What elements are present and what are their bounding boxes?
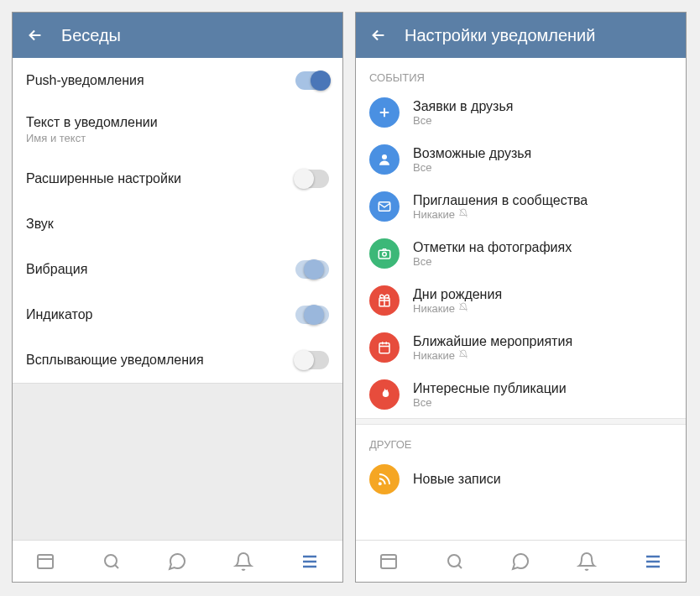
event-label: Заявки в друзья <box>413 99 672 114</box>
row-label: Звук <box>26 217 329 232</box>
tabbar-right <box>356 540 686 582</box>
svg-point-1 <box>105 555 117 567</box>
event-label: Новые записи <box>413 472 672 487</box>
row-label: Индикатор <box>26 307 295 322</box>
event-row[interactable]: Заявки в друзьяВсе <box>356 89 686 136</box>
svg-point-8 <box>379 483 381 484</box>
event-sublabel: Никакие <box>413 208 672 221</box>
phone-left: Беседы Push-уведомленияТекст в уведомлен… <box>12 12 343 583</box>
settings-row[interactable]: Звук <box>13 201 342 247</box>
svg-rect-0 <box>38 555 53 568</box>
event-sublabel: Все <box>413 114 672 127</box>
row-label: Вибрация <box>26 262 295 277</box>
event-row[interactable]: Ближайшие мероприятияНикакие <box>356 324 686 371</box>
rss-icon <box>369 464 400 494</box>
back-button[interactable] <box>368 24 389 46</box>
section-divider <box>356 418 686 425</box>
toggle-switch[interactable] <box>295 351 329 369</box>
svg-rect-9 <box>381 555 396 568</box>
header-right: Настройки уведомлений <box>356 13 686 58</box>
settings-row[interactable]: Расширенные настройки <box>13 156 342 201</box>
mail-icon <box>369 191 400 222</box>
tab-messages[interactable] <box>509 550 532 573</box>
row-label: Расширенные настройки <box>26 171 295 186</box>
event-sublabel: Никакие <box>413 302 672 315</box>
event-sublabel: Все <box>413 161 672 174</box>
tab-menu[interactable] <box>641 550 665 573</box>
settings-row[interactable]: Текст в уведомленииИмя и текст <box>13 103 342 156</box>
user-icon <box>369 144 400 175</box>
content-left: Push-уведомленияТекст в уведомленииИмя и… <box>13 58 342 540</box>
svg-point-5 <box>383 253 387 257</box>
event-sublabel: Все <box>413 255 672 268</box>
event-sublabel: Никакие <box>413 349 672 362</box>
event-label: Ближайшие мероприятия <box>413 334 672 349</box>
tab-feed[interactable] <box>34 550 57 573</box>
settings-row[interactable]: Всплывающие уведомления <box>13 337 342 383</box>
row-sublabel: Имя и текст <box>26 132 329 144</box>
event-row[interactable]: Интересные публикацииВсе <box>356 371 686 418</box>
content-right[interactable]: СОБЫТИЯ Заявки в друзьяВсеВозможные друз… <box>356 58 686 540</box>
svg-rect-4 <box>379 250 390 259</box>
toggle-switch[interactable] <box>295 260 329 279</box>
tab-menu[interactable] <box>298 550 321 573</box>
gift-icon <box>369 285 400 316</box>
row-label: Push-уведомления <box>26 73 295 88</box>
section-other-title: ДРУГОЕ <box>356 425 686 456</box>
back-arrow-icon <box>369 26 388 44</box>
settings-row[interactable]: Индикатор <box>13 292 342 337</box>
calendar-icon <box>369 332 400 363</box>
empty-area <box>13 383 342 540</box>
event-label: Дни рождения <box>413 287 672 302</box>
toggle-switch[interactable] <box>295 306 329 324</box>
toggle-switch[interactable] <box>295 71 329 90</box>
back-arrow-icon <box>26 26 44 44</box>
row-label: Текст в уведомлении <box>26 115 329 130</box>
svg-point-10 <box>448 555 460 567</box>
svg-rect-7 <box>379 343 389 353</box>
camera-icon <box>369 238 400 269</box>
plus-icon <box>369 97 400 128</box>
toggle-switch[interactable] <box>295 170 329 188</box>
phone-right: Настройки уведомлений СОБЫТИЯ Заявки в д… <box>355 12 687 583</box>
event-sublabel: Все <box>413 396 672 409</box>
back-button[interactable] <box>24 24 46 46</box>
tab-messages[interactable] <box>165 550 189 573</box>
event-row[interactable]: Возможные друзьяВсе <box>356 136 686 183</box>
tabbar-left <box>13 540 342 582</box>
event-label: Возможные друзья <box>413 146 672 161</box>
svg-point-2 <box>382 154 387 159</box>
header-title-right: Настройки уведомлений <box>405 26 595 45</box>
fire-icon <box>369 379 400 410</box>
settings-row[interactable]: Push-уведомления <box>13 58 342 103</box>
header-title-left: Беседы <box>61 26 121 45</box>
tab-search[interactable] <box>100 550 123 573</box>
section-events-title: СОБЫТИЯ <box>356 58 686 89</box>
tab-search[interactable] <box>443 550 467 573</box>
event-label: Интересные публикации <box>413 381 672 396</box>
tab-feed[interactable] <box>377 550 400 573</box>
event-row[interactable]: Приглашения в сообществаНикакие <box>356 183 686 230</box>
tab-notifications[interactable] <box>575 550 598 573</box>
event-row[interactable]: Дни рожденияНикакие <box>356 277 686 324</box>
event-label: Отметки на фотографиях <box>413 240 672 255</box>
event-row[interactable]: Отметки на фотографияхВсе <box>356 230 686 277</box>
tab-notifications[interactable] <box>232 550 255 573</box>
event-label: Приглашения в сообщества <box>413 193 672 208</box>
settings-row[interactable]: Вибрация <box>13 247 342 292</box>
event-row[interactable]: Новые записи <box>356 456 686 503</box>
header-left: Беседы <box>13 13 342 58</box>
row-label: Всплывающие уведомления <box>26 353 295 368</box>
